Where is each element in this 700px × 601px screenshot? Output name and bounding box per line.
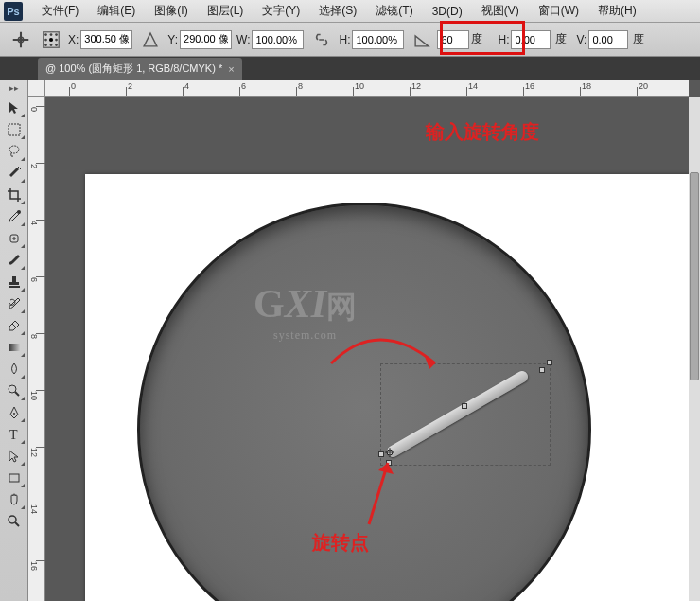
transform-handle[interactable] bbox=[547, 360, 552, 365]
scrollbar-thumb[interactable] bbox=[690, 172, 699, 380]
menu-edit[interactable]: 编辑(E) bbox=[88, 3, 145, 19]
menu-select[interactable]: 选择(S) bbox=[309, 3, 366, 19]
x-input[interactable] bbox=[80, 30, 132, 49]
y-input[interactable] bbox=[180, 30, 232, 49]
skew-h-input[interactable] bbox=[511, 30, 551, 49]
svg-rect-22 bbox=[9, 474, 19, 482]
angle-icon bbox=[411, 29, 432, 50]
w-input[interactable] bbox=[252, 30, 304, 49]
stamp-tool[interactable] bbox=[3, 272, 26, 292]
svg-rect-11 bbox=[9, 124, 20, 135]
svg-rect-15 bbox=[12, 276, 16, 282]
menu-view[interactable]: 视图(V) bbox=[472, 3, 529, 19]
close-tab-icon[interactable]: × bbox=[228, 63, 234, 75]
toolbox: ▸▸ T bbox=[0, 80, 28, 601]
menu-file[interactable]: 文件(F) bbox=[32, 3, 88, 19]
degree-label-2: 度 bbox=[555, 31, 567, 47]
degree-label-3: 度 bbox=[633, 31, 644, 47]
main-area: ▸▸ T 0 2 4 6 8 10 12 14 16 bbox=[0, 80, 700, 601]
svg-rect-17 bbox=[9, 286, 20, 288]
reference-point-icon[interactable] bbox=[41, 29, 61, 50]
annotation-rotate-input: 输入旋转角度 bbox=[426, 119, 539, 145]
svg-point-7 bbox=[55, 38, 58, 41]
link-icon[interactable] bbox=[311, 29, 332, 50]
svg-point-12 bbox=[9, 146, 19, 153]
skew-v-label: V: bbox=[576, 33, 586, 46]
svg-point-19 bbox=[9, 385, 16, 393]
eraser-tool[interactable] bbox=[3, 315, 26, 336]
transform-handle[interactable] bbox=[386, 460, 392, 466]
menu-type[interactable]: 文字(Y) bbox=[253, 3, 309, 19]
ruler-horizontal[interactable]: 0 2 4 6 8 10 12 14 16 18 20 22 bbox=[45, 80, 689, 97]
lasso-tool[interactable] bbox=[3, 141, 26, 162]
menu-3d[interactable]: 3D(D) bbox=[423, 5, 472, 18]
zoom-tool[interactable] bbox=[3, 511, 26, 532]
menu-image[interactable]: 图像(I) bbox=[145, 3, 197, 19]
w-label: W: bbox=[236, 33, 250, 46]
ruler-vertical[interactable]: 0 2 4 6 8 10 12 14 16 bbox=[28, 97, 45, 601]
y-label: Y: bbox=[167, 33, 178, 46]
options-bar: X: Y: W: H: 度 H: 度 V: 度 bbox=[0, 23, 700, 57]
svg-point-9 bbox=[50, 44, 53, 46]
svg-point-23 bbox=[9, 516, 16, 523]
history-brush-tool[interactable] bbox=[3, 293, 26, 314]
menu-help[interactable]: 帮助(H) bbox=[588, 3, 646, 19]
document-tab[interactable]: @ 100% (圆角矩形 1, RGB/8/CMYK) * × bbox=[38, 58, 242, 80]
crop-tool[interactable] bbox=[3, 185, 26, 205]
svg-point-2 bbox=[44, 33, 47, 36]
svg-rect-18 bbox=[9, 344, 20, 351]
pen-tool[interactable] bbox=[3, 402, 26, 423]
delta-icon[interactable] bbox=[140, 29, 161, 50]
document-tab-bar: @ 100% (圆角矩形 1, RGB/8/CMYK) * × bbox=[0, 57, 700, 80]
type-tool[interactable]: T bbox=[3, 424, 26, 445]
transform-handle[interactable] bbox=[462, 403, 467, 409]
path-selection-tool[interactable] bbox=[3, 446, 26, 467]
skew-v-input[interactable] bbox=[588, 30, 628, 49]
svg-point-4 bbox=[55, 33, 58, 36]
ruler-origin[interactable] bbox=[28, 80, 45, 97]
transform-pivot-icon[interactable] bbox=[385, 447, 394, 456]
svg-point-8 bbox=[44, 44, 47, 46]
menu-layer[interactable]: 图层(L) bbox=[198, 3, 254, 19]
app-logo: Ps bbox=[4, 2, 23, 21]
transform-handle[interactable] bbox=[539, 367, 545, 373]
toolbox-cycle-icon[interactable]: ▸▸ bbox=[5, 83, 24, 95]
hand-tool[interactable] bbox=[3, 489, 26, 510]
move-tool[interactable] bbox=[3, 97, 26, 118]
degree-label: 度 bbox=[471, 31, 482, 47]
transform-handle[interactable] bbox=[378, 451, 384, 457]
transform-bounding-box[interactable] bbox=[380, 363, 551, 466]
blur-tool[interactable] bbox=[3, 359, 26, 380]
transform-mode-icon[interactable] bbox=[10, 29, 31, 50]
dodge-tool[interactable] bbox=[3, 380, 26, 401]
document-tab-title: @ 100% (圆角矩形 1, RGB/8/CMYK) * bbox=[45, 62, 222, 76]
menu-filter[interactable]: 滤镜(T) bbox=[366, 3, 422, 19]
eyedropper-tool[interactable] bbox=[3, 206, 26, 227]
svg-point-5 bbox=[44, 38, 47, 41]
svg-point-10 bbox=[55, 44, 58, 46]
marquee-tool[interactable] bbox=[3, 119, 26, 140]
watermark: GXI网 system.com bbox=[254, 281, 357, 343]
x-label: X: bbox=[68, 33, 79, 46]
svg-point-13 bbox=[17, 210, 21, 214]
magic-wand-tool[interactable] bbox=[3, 163, 26, 184]
svg-rect-16 bbox=[9, 282, 19, 285]
brush-tool[interactable] bbox=[3, 250, 26, 271]
menu-window[interactable]: 窗口(W) bbox=[529, 3, 588, 19]
scrollbar-vertical[interactable] bbox=[689, 97, 700, 601]
svg-point-20 bbox=[13, 413, 15, 415]
h-label: H: bbox=[339, 33, 350, 46]
menu-bar: Ps 文件(F) 编辑(E) 图像(I) 图层(L) 文字(Y) 选择(S) 滤… bbox=[0, 0, 700, 23]
angle-input[interactable] bbox=[437, 30, 469, 49]
canvas-area: 0 2 4 6 8 10 12 14 16 18 20 22 0 2 4 6 8… bbox=[28, 80, 700, 601]
svg-text:T: T bbox=[9, 428, 18, 442]
gradient-tool[interactable] bbox=[3, 337, 26, 358]
skew-h-label: H: bbox=[498, 33, 509, 46]
healing-tool[interactable] bbox=[3, 228, 26, 249]
h-input[interactable] bbox=[352, 30, 404, 49]
svg-point-3 bbox=[50, 33, 53, 36]
svg-point-6 bbox=[49, 37, 53, 41]
rectangle-tool[interactable] bbox=[3, 468, 26, 488]
annotation-rotate-point: 旋转点 bbox=[312, 530, 369, 556]
